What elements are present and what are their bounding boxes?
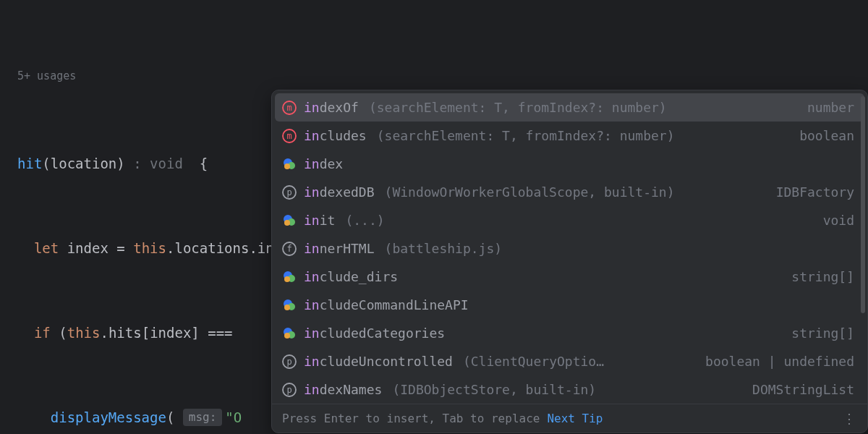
completion-item[interactable]: includeCommandLineAPI — [275, 291, 864, 319]
svg-text:p: p — [286, 357, 292, 367]
popup-hint-bar: Press Enter to insert, Tab to replace Ne… — [272, 404, 867, 433]
scrollbar-thumb[interactable] — [861, 96, 865, 313]
svg-text:m: m — [286, 131, 292, 141]
var-icon — [282, 157, 297, 171]
method-icon: m — [282, 101, 297, 115]
svg-point-16 — [284, 276, 290, 282]
svg-text:p: p — [286, 187, 292, 197]
completion-return-type: void — [823, 213, 854, 228]
scrollbar[interactable] — [861, 96, 865, 404]
svg-point-19 — [284, 305, 290, 310]
prop-icon: p — [282, 383, 297, 397]
usages-hint: 5+ usages — [17, 62, 868, 90]
completion-signature: (searchElement: T, fromIndex?: number) — [377, 128, 675, 143]
completion-return-type: IDBFactory — [776, 184, 854, 200]
completion-name: index — [304, 156, 343, 171]
var-icon — [282, 326, 297, 341]
completion-signature: (battleship.js) — [385, 241, 503, 256]
svg-text:m: m — [286, 103, 292, 113]
completion-name: indexOf — [304, 100, 359, 115]
var-icon — [282, 213, 297, 228]
prop-icon: p — [282, 354, 297, 369]
completion-signature: (searchElement: T, fromIndex?: number) — [369, 100, 667, 115]
completion-item[interactable]: index — [275, 150, 864, 178]
completion-item[interactable]: pincludeUncontrolled(ClientQueryOptio…bo… — [275, 347, 864, 375]
completion-signature: (IDBObjectStore, built-in) — [392, 382, 596, 397]
svg-point-6 — [284, 163, 290, 169]
completion-name: init — [304, 213, 335, 228]
field-icon: f — [282, 242, 297, 256]
completion-item[interactable]: mindexOf(searchElement: T, fromIndex?: n… — [275, 93, 864, 122]
completion-return-type: boolean — [799, 128, 854, 143]
completion-name: includedCategories — [304, 326, 445, 341]
completion-name: innerHTML — [304, 241, 375, 256]
kebab-icon[interactable]: ⋮ — [843, 411, 857, 426]
completion-popup: mindexOf(searchElement: T, fromIndex?: n… — [271, 90, 868, 433]
svg-point-11 — [284, 220, 290, 226]
hint-text: Press Enter to insert, Tab to replace — [282, 412, 540, 425]
completion-name: indexNames — [304, 382, 382, 397]
completion-return-type: DOMStringList — [752, 382, 854, 397]
completion-item[interactable]: pindexedDB(WindowOrWorkerGlobalScope, bu… — [275, 178, 864, 206]
svg-point-22 — [284, 333, 290, 339]
var-icon — [282, 298, 297, 312]
svg-text:p: p — [286, 385, 292, 395]
completion-return-type: string[] — [791, 269, 854, 284]
completion-item[interactable]: includedCategoriesstring[] — [275, 319, 864, 347]
completion-signature: (WindowOrWorkerGlobalScope, built-in) — [385, 184, 675, 200]
completion-signature: (...) — [345, 213, 384, 228]
completion-item[interactable]: pindexNames(IDBObjectStore, built-in)DOM… — [275, 375, 864, 404]
method-icon: m — [282, 129, 297, 143]
prop-icon: p — [282, 185, 297, 200]
svg-text:f: f — [286, 244, 292, 254]
completion-item[interactable]: finnerHTML(battleship.js) — [275, 234, 864, 263]
completion-name: includeUncontrolled — [304, 354, 453, 369]
completion-return-type: boolean | undefined — [705, 354, 854, 369]
var-icon — [282, 270, 297, 284]
next-tip-link[interactable]: Next Tip — [547, 412, 603, 425]
completion-signature: (ClientQueryOptio… — [463, 354, 604, 369]
completion-item[interactable]: mincludes(searchElement: T, fromIndex?: … — [275, 122, 864, 150]
completion-item[interactable]: include_dirsstring[] — [275, 263, 864, 291]
completion-name: indexedDB — [304, 184, 375, 200]
completion-name: include_dirs — [304, 269, 398, 284]
completion-item[interactable]: init(...)void — [275, 206, 864, 234]
completion-list[interactable]: mindexOf(searchElement: T, fromIndex?: n… — [272, 90, 867, 404]
completion-return-type: number — [807, 100, 854, 115]
completion-name: includes — [304, 128, 367, 143]
completion-return-type: string[] — [791, 326, 854, 341]
completion-name: includeCommandLineAPI — [304, 297, 469, 312]
